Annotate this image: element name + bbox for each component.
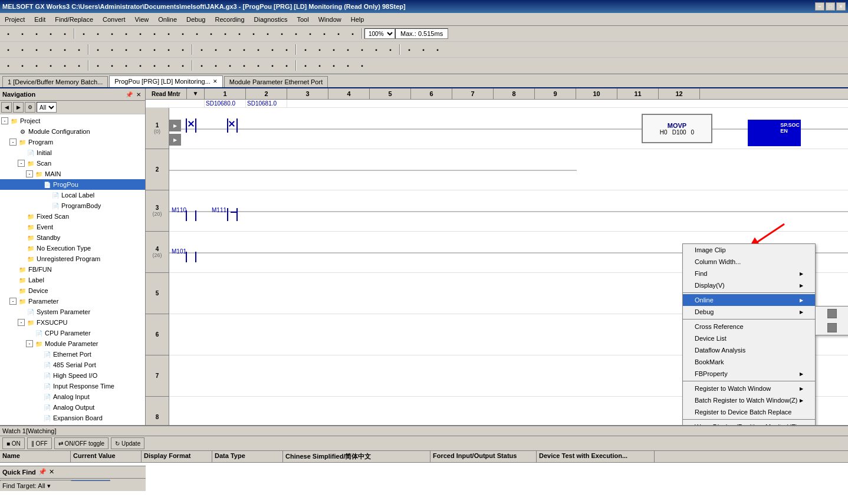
tree-item-23[interactable]: 📄485 Serial Port bbox=[0, 360, 145, 370]
nav-forward-button[interactable]: ▶ bbox=[13, 102, 24, 113]
ctx-item-13[interactable]: Register to Device Batch Replace bbox=[683, 406, 815, 418]
toolbar-button-122[interactable]: ▪ bbox=[327, 44, 340, 55]
toolbar-button-123[interactable]: ▪ bbox=[341, 44, 354, 55]
contact-2[interactable] bbox=[227, 118, 238, 133]
tree-item-18[interactable]: 📄System Parameter bbox=[0, 307, 145, 317]
toolbar-button-219[interactable]: ▪ bbox=[280, 60, 293, 71]
toolbar-button-127[interactable]: ▪ bbox=[403, 44, 416, 55]
close-quickfind-button[interactable]: ✕ bbox=[49, 468, 57, 476]
toolbar-button-215[interactable]: ▪ bbox=[223, 60, 236, 71]
toolbar-button-211[interactable]: ▪ bbox=[162, 60, 175, 71]
menu-item-online[interactable]: Online bbox=[153, 15, 182, 24]
toolbar1-btn-0[interactable]: ▪ bbox=[2, 28, 15, 39]
nav-filter-combo[interactable]: All bbox=[37, 102, 57, 113]
close-button[interactable]: × bbox=[836, 2, 846, 11]
toolbar-button-217[interactable]: ▪ bbox=[252, 60, 265, 71]
ctx-item-0[interactable]: Image Clip bbox=[683, 244, 815, 256]
tree-item-13[interactable]: 📁Unregistered Program bbox=[0, 253, 145, 264]
toolbar-button-101[interactable]: ▪ bbox=[16, 44, 29, 55]
ctx-item-8[interactable]: Dataflow Analysis bbox=[683, 344, 815, 356]
toolbar1-btn-6[interactable]: ▪ bbox=[91, 28, 104, 39]
on-button[interactable]: ■ ON bbox=[2, 437, 25, 449]
ctx-item-4[interactable]: Online▶ bbox=[683, 294, 815, 306]
tree-item-10[interactable]: 📁Event bbox=[0, 222, 145, 232]
nav-settings-button[interactable]: ⚙ bbox=[25, 102, 35, 113]
tree-item-19[interactable]: -📁FXSUCPU bbox=[0, 317, 145, 328]
toolbar-button-111[interactable]: ▪ bbox=[162, 44, 175, 55]
ctx-item-9[interactable]: BookMark bbox=[683, 356, 815, 368]
menu-item-debug[interactable]: Debug bbox=[182, 15, 210, 24]
online-submenu-item-1[interactable]: Device/Buffer Memory Batch Monitor bbox=[816, 321, 848, 335]
contact-3[interactable] bbox=[186, 210, 196, 221]
toolbar1-btn-10[interactable]: ▪ bbox=[148, 28, 161, 39]
tab-0[interactable]: 1 [Device/Buffer Memory Batch... bbox=[2, 76, 108, 87]
toolbar-button-102[interactable]: ▪ bbox=[30, 44, 43, 55]
toolbar1-btn-19[interactable]: ▪ bbox=[275, 28, 288, 39]
toolbar-button-221[interactable]: ▪ bbox=[313, 60, 326, 71]
find-target-label[interactable]: Find Target: All ▾ bbox=[2, 482, 51, 489]
tree-item-8[interactable]: 📄ProgramBody bbox=[0, 200, 145, 211]
toolbar-button-203[interactable]: ▪ bbox=[44, 60, 57, 71]
tab-close-1[interactable]: ✕ bbox=[213, 78, 218, 84]
tree-item-16[interactable]: 📁Device bbox=[0, 285, 145, 296]
toolbar-button-108[interactable]: ▪ bbox=[120, 44, 133, 55]
toolbar1-btn-17[interactable]: ▪ bbox=[247, 28, 260, 39]
ctx-item-14[interactable]: Wave Display (Realtime Monitor)(Z)... bbox=[683, 421, 815, 425]
toolbar-button-209[interactable]: ▪ bbox=[134, 60, 147, 71]
toolbar-button-206[interactable]: ▪ bbox=[91, 60, 104, 71]
tree-expand-0[interactable]: - bbox=[1, 117, 8, 124]
toggle-button[interactable]: ⇄ ON/OFF toggle bbox=[54, 437, 109, 449]
ctx-item-6[interactable]: Cross Reference bbox=[683, 321, 815, 332]
toolbar1-btn-21[interactable]: ▪ bbox=[304, 28, 317, 39]
tree-item-4[interactable]: -📁Scan bbox=[0, 158, 145, 169]
toolbar-button-128[interactable]: ▪ bbox=[417, 44, 430, 55]
toolbar-button-121[interactable]: ▪ bbox=[313, 44, 326, 55]
toolbar1-btn-5[interactable]: ▪ bbox=[77, 28, 90, 39]
toolbar-button-114[interactable]: ▪ bbox=[209, 44, 222, 55]
toolbar-button-109[interactable]: ▪ bbox=[134, 44, 147, 55]
contact-4[interactable] bbox=[227, 208, 238, 221]
toolbar-button-113[interactable]: ▪ bbox=[195, 44, 208, 55]
ctx-item-7[interactable]: Device List bbox=[683, 332, 815, 344]
contact-5[interactable] bbox=[186, 252, 196, 262]
toolbar-button-129[interactable]: ▪ bbox=[431, 44, 444, 55]
toolbar1-btn-9[interactable]: ▪ bbox=[134, 28, 147, 39]
toolbar-button-119[interactable]: ▪ bbox=[280, 44, 293, 55]
toolbar-button-125[interactable]: ▪ bbox=[370, 44, 383, 55]
ctx-item-11[interactable]: Register to Watch Window▶ bbox=[683, 383, 815, 394]
tree-item-0[interactable]: -📁Project bbox=[0, 116, 145, 126]
menu-item-convert[interactable]: Convert bbox=[98, 15, 130, 24]
tree-expand-4[interactable]: - bbox=[18, 160, 25, 167]
toolbar-button-201[interactable]: ▪ bbox=[16, 60, 29, 71]
minimize-button[interactable]: − bbox=[815, 2, 824, 11]
tree-expand-2[interactable]: - bbox=[9, 139, 17, 146]
tree-item-15[interactable]: 📁Label bbox=[0, 275, 145, 285]
close-nav-button[interactable]: ✕ bbox=[134, 90, 143, 98]
pin-quickfind-button[interactable]: 📌 bbox=[38, 468, 47, 476]
toolbar-button-104[interactable]: ▪ bbox=[58, 44, 71, 55]
toolbar-button-204[interactable]: ▪ bbox=[58, 60, 71, 71]
menu-item-recording[interactable]: Recording bbox=[210, 15, 249, 24]
tree-expand-19[interactable]: - bbox=[18, 319, 25, 326]
toolbar-button-210[interactable]: ▪ bbox=[148, 60, 161, 71]
tree-item-5[interactable]: -📁MAIN bbox=[0, 169, 145, 179]
toolbar1-btn-1[interactable]: ▪ bbox=[16, 28, 29, 39]
toolbar1-btn-16[interactable]: ▪ bbox=[233, 28, 246, 39]
pin-button[interactable]: 📌 bbox=[125, 90, 133, 98]
toolbar1-btn-24[interactable]: ▪ bbox=[346, 28, 359, 39]
menu-item-edit[interactable]: Edit bbox=[29, 15, 50, 24]
menu-item-find-replace[interactable]: Find/Replace bbox=[50, 15, 98, 24]
tree-expand-21[interactable]: - bbox=[26, 340, 33, 347]
toolbar-button-207[interactable]: ▪ bbox=[106, 60, 119, 71]
menu-item-project[interactable]: Project bbox=[0, 15, 29, 24]
tree-item-9[interactable]: 📁Fixed Scan bbox=[0, 211, 145, 222]
toolbar-button-110[interactable]: ▪ bbox=[148, 44, 161, 55]
toolbar1-btn-18[interactable]: ▪ bbox=[261, 28, 274, 39]
toolbar1-btn-3[interactable]: ▪ bbox=[44, 28, 57, 39]
tree-item-28[interactable]: 📄Expansion Board bbox=[0, 413, 145, 423]
toolbar-button-200[interactable]: ▪ bbox=[2, 60, 15, 71]
toolbar-button-220[interactable]: ▪ bbox=[299, 60, 312, 71]
toolbar1-btn-8[interactable]: ▪ bbox=[120, 28, 133, 39]
toolbar1-btn-20[interactable]: ▪ bbox=[290, 28, 303, 39]
toolbar-button-106[interactable]: ▪ bbox=[91, 44, 104, 55]
